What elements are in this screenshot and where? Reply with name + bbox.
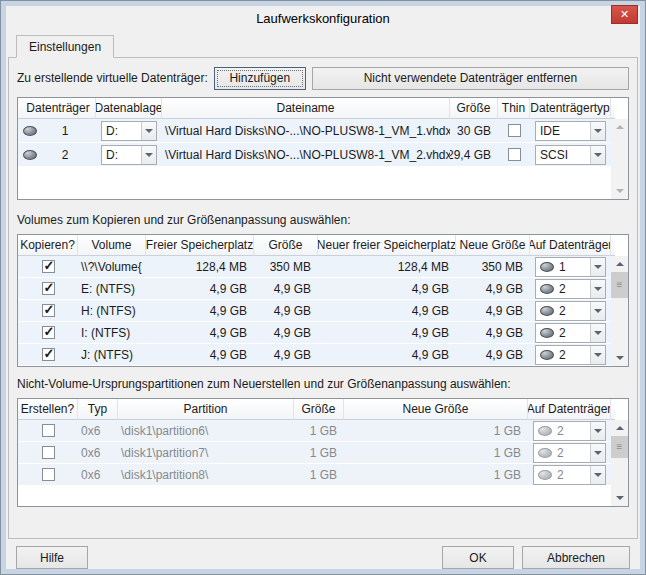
thin-checkbox[interactable] [508, 148, 521, 161]
col-header-neue-groesse[interactable]: Neue Größe [456, 235, 530, 256]
disk-row[interactable]: 2 D: \Virtual Hard Disks\NO-...\NO-PLUSW… [18, 143, 611, 167]
vertical-scrollbar[interactable] [611, 119, 628, 199]
new-size-cell: 1 GB [344, 420, 528, 441]
storage-select[interactable]: D: [101, 145, 157, 165]
create-checkbox[interactable] [42, 446, 55, 459]
volume-cell: J: (NTFS) [78, 344, 146, 365]
target-disk-select[interactable]: 2 [535, 279, 606, 299]
help-button[interactable]: Hilfe [16, 546, 88, 569]
target-disk-select[interactable]: 1 [535, 257, 606, 277]
target-disk-select[interactable]: 2 [533, 421, 606, 441]
create-checkbox[interactable] [42, 468, 55, 481]
col-header-kopieren[interactable]: Kopieren? [18, 235, 78, 256]
volumes-label: Volumes zum Kopieren und zur Größenanpas… [17, 213, 629, 227]
col-header-dateiname[interactable]: Dateiname [162, 98, 450, 119]
col-header-groesse[interactable]: Größe [254, 235, 318, 256]
col-header-neue-groesse[interactable]: Neue Größe [344, 399, 528, 420]
thin-checkbox[interactable] [508, 124, 521, 137]
disk-type-select[interactable]: SCSI [535, 145, 606, 165]
disk-icon [538, 426, 552, 436]
vertical-scrollbar[interactable] [611, 256, 628, 366]
partition-row[interactable]: 0x6 \disk1\partition6\ 1 GB 1 GB 2 [18, 420, 611, 442]
scroll-up-icon[interactable] [611, 420, 628, 436]
target-disk-select[interactable]: 2 [533, 443, 606, 463]
vertical-scrollbar[interactable] [611, 420, 628, 506]
scrollbar-thumb[interactable] [611, 272, 628, 298]
copy-checkbox[interactable] [42, 348, 55, 361]
partition-row[interactable]: 0x6 \disk1\partition7\ 1 GB 1 GB 2 [18, 442, 611, 464]
col-header-groesse[interactable]: Größe [450, 98, 498, 119]
volume-row[interactable]: J: (NTFS) 4,9 GB 4,9 GB 4,9 GB 4,9 GB 2 [18, 344, 611, 366]
virtual-disks-label: Zu erstellende virtuelle Datenträger: [17, 71, 208, 85]
scroll-down-icon[interactable] [611, 490, 628, 506]
col-header-volume[interactable]: Volume [78, 235, 146, 256]
volume-row[interactable]: H: (NTFS) 4,9 GB 4,9 GB 4,9 GB 4,9 GB 2 [18, 300, 611, 322]
scrollbar-track[interactable] [611, 458, 628, 490]
cancel-button[interactable]: Abbrechen [522, 546, 630, 569]
free-space-cell: 4,9 GB [146, 322, 254, 343]
chevron-down-icon [590, 346, 605, 364]
size-cell: 29,4 GB [450, 143, 498, 166]
col-header-datentraegertyp[interactable]: Datenträgertyp [530, 98, 611, 119]
chevron-down-icon [590, 466, 605, 484]
add-disk-button[interactable]: Hinzufügen [214, 67, 306, 90]
free-space-cell: 128,4 MB [146, 256, 254, 277]
scroll-down-icon[interactable] [611, 350, 628, 366]
target-disk-select[interactable]: 2 [533, 465, 606, 485]
scrollbar-thumb[interactable] [611, 436, 628, 458]
disk-number-cell: 2 [18, 143, 96, 166]
disk-type-select[interactable]: IDE [535, 121, 606, 141]
new-size-cell: 350 MB [456, 256, 530, 277]
target-disk-select[interactable]: 2 [535, 301, 606, 321]
volume-row[interactable]: \\?\Volume{ 128,4 MB 350 MB 128,4 MB 350… [18, 256, 611, 278]
col-header-auf-datentraeger[interactable]: Auf Datenträger [528, 399, 611, 420]
size-cell: 1 GB [294, 464, 344, 485]
remove-unused-disks-button[interactable]: Nicht verwendete Datenträger entfernen [312, 67, 629, 90]
scrollbar-track[interactable] [611, 298, 628, 350]
disk-icon [23, 126, 37, 136]
scroll-up-icon[interactable] [611, 256, 628, 272]
col-header-partition[interactable]: Partition [118, 399, 294, 420]
create-checkbox[interactable] [42, 424, 55, 437]
col-header-freier-speicherplatz[interactable]: Freier Speicherplatz [146, 235, 254, 256]
dialog-footer: Hilfe OK Abbrechen [6, 539, 640, 569]
free-space-cell: 4,9 GB [146, 278, 254, 299]
create-cell [18, 420, 78, 441]
copy-checkbox[interactable] [42, 304, 55, 317]
col-header-auf-datentraeger[interactable]: Auf Datenträger [530, 235, 611, 256]
copy-checkbox[interactable] [42, 260, 55, 273]
free-space-cell: 4,9 GB [146, 300, 254, 321]
new-free-space-cell: 4,9 GB [318, 322, 456, 343]
volume-row[interactable]: E: (NTFS) 4,9 GB 4,9 GB 4,9 GB 4,9 GB 2 [18, 278, 611, 300]
copy-checkbox[interactable] [42, 282, 55, 295]
col-header-thin[interactable]: Thin [498, 98, 530, 119]
copy-checkbox[interactable] [42, 326, 55, 339]
disk-row[interactable]: 1 D: \Virtual Hard Disks\NO-...\NO-PLUSW… [18, 119, 611, 143]
ok-button[interactable]: OK [442, 546, 514, 569]
col-header-neuer-freier-speicherplatz[interactable]: Neuer freier Speicherplatz [318, 235, 456, 256]
target-disk-select[interactable]: 2 [535, 345, 606, 365]
type-cell: 0x6 [78, 442, 118, 463]
col-header-datenablage[interactable]: Datenablage [96, 98, 162, 119]
scroll-down-icon[interactable] [611, 183, 628, 199]
volume-row[interactable]: I: (NTFS) 4,9 GB 4,9 GB 4,9 GB 4,9 GB 2 [18, 322, 611, 344]
target-disk-cell: 2 [530, 300, 611, 321]
volumes-table-header: Kopieren? Volume Freier Speicherplatz Gr… [18, 235, 628, 256]
col-header-groesse[interactable]: Größe [294, 399, 344, 420]
col-header-erstellen[interactable]: Erstellen? [18, 399, 78, 420]
scroll-up-icon[interactable] [611, 119, 628, 135]
tab-einstellungen[interactable]: Einstellungen [16, 35, 114, 58]
partition-row[interactable]: 0x6 \disk1\partition8\ 1 GB 1 GB 2 [18, 464, 611, 486]
size-cell: 350 MB [254, 256, 318, 277]
storage-select[interactable]: D: [101, 121, 157, 141]
volume-cell: H: (NTFS) [78, 300, 146, 321]
title-bar[interactable]: Laufwerkskonfiguration [6, 6, 640, 31]
filename-cell: \Virtual Hard Disks\NO-...\NO-PLUSW8-1_V… [162, 119, 450, 142]
close-button[interactable]: ✕ [611, 5, 638, 24]
target-disk-select[interactable]: 2 [535, 323, 606, 343]
partitions-table-header: Erstellen? Typ Partition Größe Neue Größ… [18, 399, 628, 420]
col-header-datentraeger[interactable]: Datenträger [18, 98, 96, 119]
scrollbar-track[interactable] [611, 135, 628, 183]
col-header-typ[interactable]: Typ [78, 399, 118, 420]
create-cell [18, 442, 78, 463]
